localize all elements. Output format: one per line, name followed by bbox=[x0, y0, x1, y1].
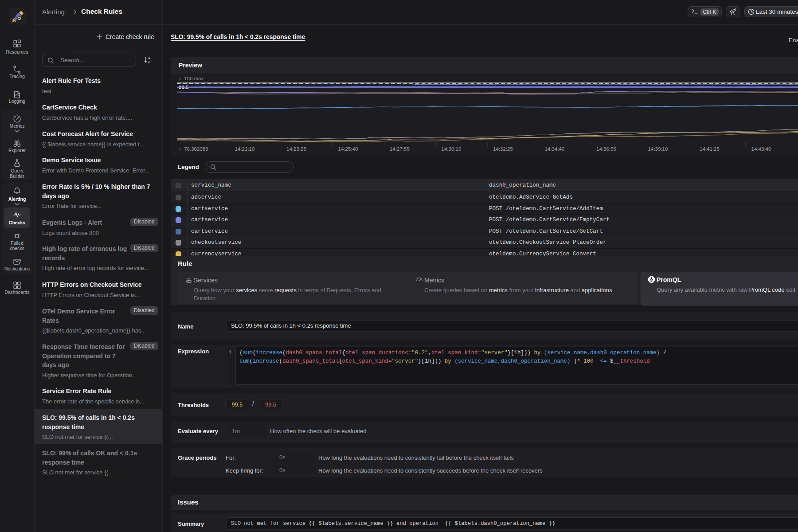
svg-text:Z: Z bbox=[148, 60, 150, 64]
